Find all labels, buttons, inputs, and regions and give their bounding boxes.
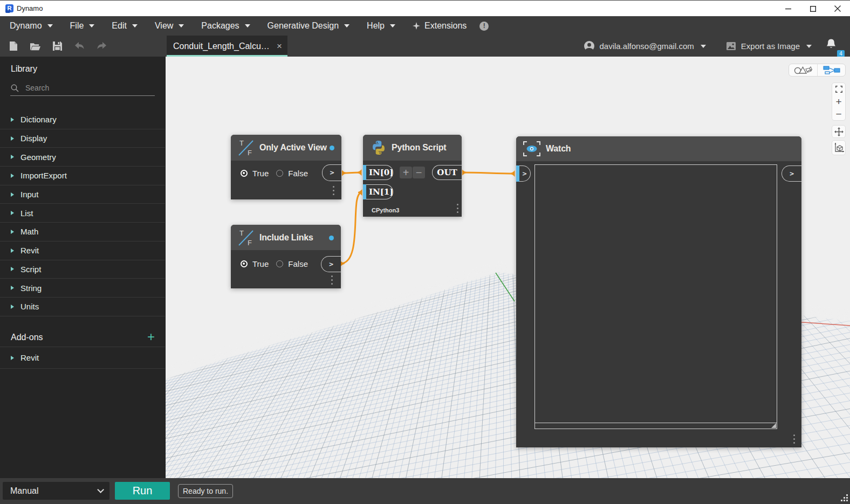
geometry-view-button[interactable] <box>789 64 817 76</box>
main-area: Library Dictionary Display Geometry Impo… <box>0 57 850 478</box>
radio-false[interactable] <box>276 260 283 267</box>
svg-text:F: F <box>248 239 252 247</box>
output-port[interactable]: OUT <box>432 165 462 180</box>
sidebar-item-string[interactable]: String <box>0 279 165 298</box>
save-icon <box>53 42 62 51</box>
output-port[interactable]: > <box>321 256 341 272</box>
orbit-button[interactable] <box>832 140 846 155</box>
node-header[interactable]: T F Include Links <box>231 225 341 250</box>
output-port[interactable]: > <box>322 164 341 181</box>
notification-badge: 4 <box>837 50 845 57</box>
input-port-0[interactable]: IN[0] <box>363 165 393 180</box>
node-include-links[interactable]: T F Include Links True False > <box>231 225 341 288</box>
menu-view[interactable]: View <box>146 16 193 36</box>
node-menu-dots-icon[interactable] <box>457 204 458 213</box>
open-file-button[interactable] <box>30 41 40 51</box>
menu-packages[interactable]: Packages <box>193 16 258 36</box>
input-port-1[interactable]: IN[1] <box>363 184 393 199</box>
wire-oav-to-python[interactable] <box>342 172 361 173</box>
run-mode-select[interactable]: Manual <box>3 482 109 500</box>
toolbar: Conduit_Length_Calcu… × davila.alfonso@g… <box>0 36 850 57</box>
graph-canvas[interactable]: T F Only Active View True False > <box>166 57 850 478</box>
input-port[interactable]: > <box>516 165 531 182</box>
radio-false[interactable] <box>276 170 283 177</box>
zoom-controls: + − <box>832 82 846 121</box>
node-header[interactable]: Watch <box>516 136 801 161</box>
sidebar-item-script[interactable]: Script <box>0 260 165 279</box>
preview-state-dot[interactable] <box>330 146 334 150</box>
watch-resize-grip[interactable] <box>771 423 776 428</box>
export-chevron-down-icon[interactable] <box>806 45 812 48</box>
watch-scrollbar[interactable] <box>535 423 777 429</box>
new-file-button[interactable] <box>8 41 18 51</box>
node-header[interactable]: T F Only Active View <box>231 135 341 161</box>
user-avatar-icon[interactable] <box>584 41 594 51</box>
fit-view-button[interactable] <box>832 83 845 95</box>
zoom-in-button[interactable]: + <box>832 95 845 108</box>
graph-view-button[interactable] <box>817 64 845 76</box>
sidebar-item-display[interactable]: Display <box>0 129 165 148</box>
close-button[interactable] <box>825 1 850 17</box>
chevron-down-icon <box>132 24 138 27</box>
sidebar-item-importexport[interactable]: ImportExport <box>0 167 165 185</box>
watch-content-area[interactable] <box>534 164 777 429</box>
remove-input-button[interactable]: − <box>413 167 425 178</box>
sidebar-item-units[interactable]: Units <box>0 298 165 316</box>
library-search-input[interactable] <box>25 84 133 92</box>
open-folder-icon <box>30 42 40 51</box>
node-python-script[interactable]: Python Script IN[0] IN[1] + − OUT CPytho… <box>363 135 462 217</box>
menu-edit[interactable]: Edit <box>103 16 146 36</box>
tab-close-icon[interactable]: × <box>277 42 282 51</box>
wire-links-to-python[interactable] <box>340 192 362 264</box>
menu-dynamo[interactable]: Dynamo <box>1 16 61 36</box>
sidebar-item-list[interactable]: List <box>0 204 165 223</box>
preview-state-dot[interactable] <box>329 236 334 240</box>
expand-triangle-icon <box>11 267 14 271</box>
add-input-button[interactable]: + <box>400 167 412 178</box>
node-watch[interactable]: Watch > > <box>516 136 801 447</box>
menu-extensions[interactable]: Extensions <box>404 16 472 36</box>
orbit-icon <box>834 142 844 154</box>
info-icon[interactable]: ! <box>479 22 489 31</box>
menu-file[interactable]: File <box>61 16 104 36</box>
node-menu-dots-icon[interactable] <box>793 434 795 444</box>
export-image-icon[interactable] <box>726 42 736 50</box>
redo-button[interactable] <box>97 41 107 51</box>
sidebar-item-revit[interactable]: Revit <box>0 241 165 260</box>
undo-button[interactable] <box>74 41 85 51</box>
window-resize-grip-icon[interactable] <box>839 494 848 503</box>
account-email[interactable]: davila.alfonso@gmail.com <box>599 42 694 51</box>
run-button[interactable]: Run <box>115 482 170 500</box>
output-port[interactable]: > <box>782 165 801 182</box>
add-package-button[interactable]: + <box>147 330 155 343</box>
zoom-out-button[interactable]: − <box>832 108 845 120</box>
node-only-active-view[interactable]: T F Only Active View True False > <box>231 135 341 199</box>
library-sidebar: Library Dictionary Display Geometry Impo… <box>0 57 166 478</box>
menu-help[interactable]: Help <box>358 16 404 36</box>
minimize-icon <box>785 6 791 12</box>
extensions-icon <box>413 22 420 30</box>
close-icon <box>834 5 841 12</box>
wire-python-to-watch[interactable] <box>462 172 515 174</box>
node-menu-dots-icon[interactable] <box>333 186 334 195</box>
pan-button[interactable] <box>832 125 846 138</box>
notifications-button[interactable]: 4 <box>825 38 838 54</box>
node-menu-dots-icon[interactable] <box>331 275 333 285</box>
sidebar-item-input[interactable]: Input <box>0 185 165 204</box>
radio-true[interactable] <box>241 260 248 267</box>
sidebar-item-math[interactable]: Math <box>0 223 165 241</box>
radio-true[interactable] <box>241 170 248 177</box>
sidebar-item-dictionary[interactable]: Dictionary <box>0 111 165 129</box>
export-as-image-label[interactable]: Export as Image <box>741 42 800 51</box>
minimize-button[interactable] <box>776 1 800 17</box>
sidebar-item-addons-revit[interactable]: Revit <box>0 347 165 369</box>
sidebar-item-geometry[interactable]: Geometry <box>0 148 165 167</box>
maximize-button[interactable] <box>800 1 825 17</box>
workspace-tab[interactable]: Conduit_Length_Calcu… × <box>167 36 287 57</box>
account-chevron-down-icon[interactable] <box>701 45 706 48</box>
svg-text:T: T <box>239 139 244 147</box>
save-button[interactable] <box>52 41 63 51</box>
node-header[interactable]: Python Script <box>363 135 462 161</box>
python-engine-label: CPython3 <box>372 207 399 213</box>
menu-generative-design[interactable]: Generative Design <box>259 16 359 36</box>
